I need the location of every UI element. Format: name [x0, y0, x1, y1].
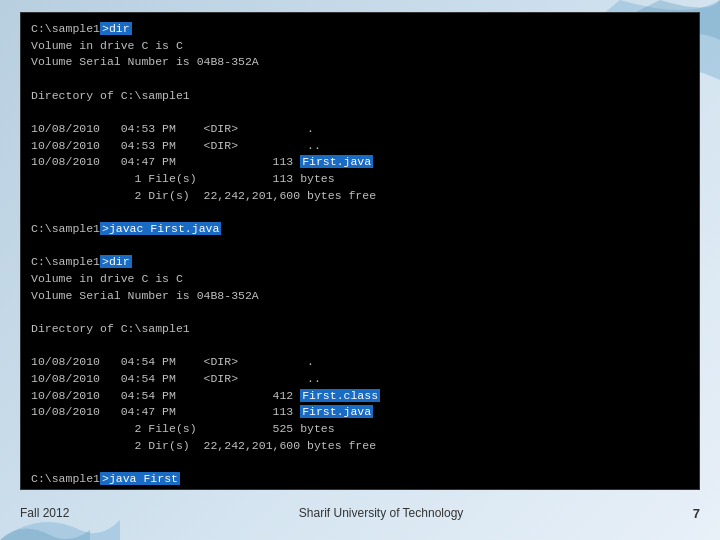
terminal-line: C:\sample1>dir [31, 254, 689, 271]
highlight-first-class: First.class [300, 389, 380, 402]
prompt: C:\sample1 [31, 472, 100, 485]
terminal-line: Directory of C:\sample1 [31, 88, 689, 105]
terminal-line: Directory of C:\sample1 [31, 321, 689, 338]
terminal-line [31, 238, 689, 255]
terminal-line: C:\sample1>java First [31, 471, 689, 488]
slide-footer: Fall 2012 Sharif University of Technolog… [0, 492, 720, 540]
terminal-line: 10/08/2010 04:54 PM 412 First.class [31, 388, 689, 405]
terminal-line: 10/08/2010 04:54 PM <DIR> . [31, 354, 689, 371]
terminal-line [31, 454, 689, 471]
terminal-line: 1 File(s) 113 bytes [31, 171, 689, 188]
footer-page-number: 7 [693, 506, 700, 521]
terminal-line: 10/08/2010 04:47 PM 113 First.java [31, 154, 689, 171]
cmd-javac: >javac First.java [100, 222, 221, 235]
footer-university: Sharif University of Technology [299, 506, 464, 520]
footer-date: Fall 2012 [20, 506, 69, 520]
terminal-line: Volume Serial Number is 04B8-352A [31, 288, 689, 305]
terminal-line: Volume in drive C is C [31, 38, 689, 55]
cmd-dir-2: >dir [100, 255, 132, 268]
highlight-first-java-2: First.java [300, 405, 373, 418]
prompt: C:\sample1 [31, 22, 100, 35]
terminal-line: Volume in drive C is C [31, 271, 689, 288]
terminal-line: C:\sample1>javac First.java [31, 221, 689, 238]
highlight-first-java-1: First.java [300, 155, 373, 168]
terminal-line: C:\sample1>dir [31, 21, 689, 38]
terminal-line: 10/08/2010 04:53 PM <DIR> .. [31, 138, 689, 155]
cmd-java-first: >java First [100, 472, 180, 485]
terminal-line [31, 338, 689, 355]
terminal-line: 2 Dir(s) 22,242,201,600 bytes free [31, 188, 689, 205]
terminal-line [31, 104, 689, 121]
terminal-line: 2 File(s) 525 bytes [31, 421, 689, 438]
cmd-dir-1: >dir [100, 22, 132, 35]
terminal-line: 10/08/2010 04:47 PM 113 First.java [31, 404, 689, 421]
terminal-line: Volume Serial Number is 04B8-352A [31, 54, 689, 71]
terminal-window: C:\sample1>dir Volume in drive C is C Vo… [20, 12, 700, 490]
terminal-line: Salam!!! [31, 488, 689, 490]
prompt: C:\sample1 [31, 255, 100, 268]
terminal-line: 10/08/2010 04:54 PM <DIR> .. [31, 371, 689, 388]
terminal-line: 2 Dir(s) 22,242,201,600 bytes free [31, 438, 689, 455]
terminal-line: 10/08/2010 04:53 PM <DIR> . [31, 121, 689, 138]
output-salam: Salam!!! [31, 489, 90, 490]
terminal-line [31, 71, 689, 88]
terminal-line [31, 204, 689, 221]
terminal-line [31, 304, 689, 321]
prompt: C:\sample1 [31, 222, 100, 235]
